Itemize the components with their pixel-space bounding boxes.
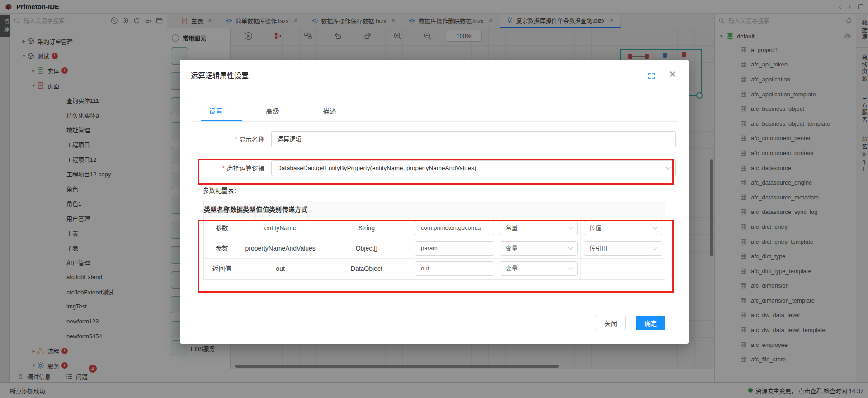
column-header: 传递方式 [282, 201, 308, 218]
column-header: 类型 [204, 201, 217, 218]
close-button[interactable]: 关闭 [596, 316, 626, 330]
dialog-tab[interactable]: 描述 [323, 106, 336, 115]
column-header: 名称 [217, 201, 230, 218]
dialog-title: 运算逻辑属性设置 [191, 70, 249, 81]
annotation-rect-param-rows [198, 220, 674, 293]
column-header: 值类别 [263, 201, 282, 218]
dialog-tab[interactable]: 高级 [266, 106, 279, 115]
annotation-rect-logic-select [198, 159, 674, 185]
app-window: Primeton-IDE ‹ › 资源 AI 采购订单管理 [0, 0, 868, 398]
param-table-caption: 参数配置表: [203, 185, 236, 194]
fullscreen-icon[interactable] [648, 72, 655, 80]
confirm-button[interactable]: 确定 [636, 316, 665, 330]
tabs-divider [191, 121, 678, 122]
param-table-header: 类型名称数据类型值值类别传递方式 [204, 201, 665, 218]
display-name-input[interactable]: 运算逻辑 [271, 131, 676, 147]
display-name-label: *显示名称 [191, 131, 264, 147]
dialog-tabs: 设置高级描述 [209, 106, 336, 115]
close-icon[interactable]: ✕ [669, 69, 677, 81]
logic-properties-dialog: 运算逻辑属性设置 ✕ 设置高级描述 *显示名称 运算逻辑 *选择运算逻辑 Dat… [180, 60, 689, 344]
column-header: 值 [256, 201, 263, 218]
column-header: 数据类型 [230, 201, 256, 218]
dialog-tab[interactable]: 设置 [209, 106, 222, 115]
